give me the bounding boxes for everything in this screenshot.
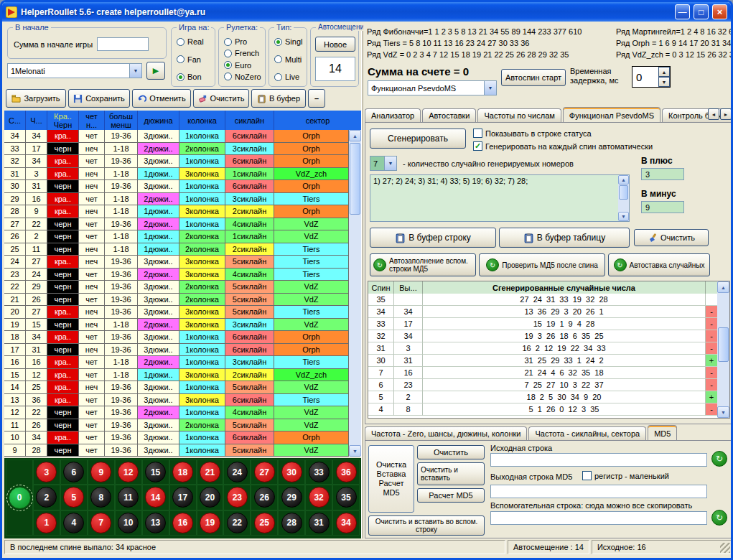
- wheel-number-27[interactable]: 27: [251, 459, 278, 485]
- wheel-number-17[interactable]: 17: [169, 485, 197, 510]
- header-range[interactable]: больш менш: [105, 111, 138, 130]
- generate-each-spin-checkbox[interactable]: ✓: [473, 141, 482, 151]
- radio-multi[interactable]: Multi: [274, 55, 302, 64]
- history-row[interactable]: 3031черннеч19-363дюжи..1колонка6сиклайнO…: [4, 180, 349, 193]
- load-button[interactable]: Загрузить: [6, 89, 66, 108]
- radio-bon[interactable]: Bon: [177, 73, 204, 81]
- scroll-down-icon[interactable]: ▼: [618, 212, 629, 221]
- wheel-number-30[interactable]: 30: [278, 459, 305, 485]
- scroll-up-icon[interactable]: ▲: [349, 130, 361, 141]
- tab-Автоставки[interactable]: Автоставки: [422, 108, 476, 122]
- gen-row[interactable]: 485 1 26 0 12 3 35-: [368, 403, 717, 416]
- history-row[interactable]: 2427кра..неч19-363дюжи..3колонка5сиклайн…: [4, 256, 349, 269]
- history-row[interactable]: 1126чернчет19-363дюжи..2колонка5сиклайнV…: [4, 419, 349, 432]
- resize-grip[interactable]: [720, 543, 730, 553]
- radio-french[interactable]: French: [224, 49, 261, 57]
- history-row[interactable]: 3234кра..чет19-363дюжи..1колонка6сиклайн…: [4, 155, 349, 168]
- gen-row[interactable]: 303131 25 29 33 1 24 2+: [368, 355, 717, 367]
- history-row[interactable]: 1222чернчет19-362дюжи..1колонка4сиклайнV…: [4, 406, 349, 419]
- wheel-number-4[interactable]: 4: [60, 510, 88, 536]
- history-scrollbar[interactable]: ▲ ▼: [349, 130, 361, 457]
- wheel-number-13[interactable]: 13: [142, 510, 169, 536]
- gen-row[interactable]: 343413 36 29 3 20 26 1-: [368, 306, 717, 318]
- radio-fan[interactable]: Fan: [177, 55, 204, 64]
- header-win[interactable]: Вы...: [394, 281, 423, 294]
- gen-row[interactable]: 5218 2 5 30 34 9 20+: [368, 391, 717, 403]
- wheel-number-34[interactable]: 34: [332, 510, 360, 536]
- scroll-thumb[interactable]: [350, 143, 360, 215]
- lowercase-checkbox[interactable]: [582, 471, 592, 480]
- radio-pro[interactable]: Pro: [224, 37, 261, 46]
- header-number[interactable]: Ч...: [26, 111, 47, 130]
- delay-spinner[interactable]: 0 ▲ ▼: [632, 66, 671, 88]
- output-string-input[interactable]: [490, 485, 707, 498]
- collapse-button[interactable]: –: [308, 89, 325, 108]
- wheel-number-32[interactable]: 32: [305, 485, 332, 510]
- tab-Анализатор[interactable]: Анализатор: [365, 108, 421, 122]
- scroll-thumb[interactable]: [718, 327, 729, 362]
- gen-row[interactable]: 323419 3 26 18 6 35 25-: [368, 330, 717, 342]
- history-row[interactable]: 1834кра..чет19-363дюжи..1колонка6сиклайн…: [4, 331, 349, 344]
- autobet-random-button[interactable]: ↻ Автоставка случайных: [608, 253, 710, 276]
- md5-clear-button[interactable]: Очистить: [417, 445, 485, 459]
- radio-real[interactable]: Real: [177, 37, 204, 46]
- tab-Частота - сиклайны, сектора[interactable]: Частота - сиклайны, сектора: [528, 426, 646, 440]
- history-row[interactable]: 1512кра..чет1-181дюжи..3колонка2сиклайнV…: [4, 369, 349, 382]
- md5-calc-button[interactable]: Расчет MD5: [417, 488, 485, 503]
- wheel-number-6[interactable]: 6: [60, 459, 88, 485]
- header-column[interactable]: колонка: [179, 111, 225, 130]
- header-sixline[interactable]: сиклайн: [225, 111, 274, 130]
- scroll-up-icon[interactable]: ▲: [618, 175, 629, 185]
- numbers-scrollbar[interactable]: ▲ ▼: [618, 175, 629, 221]
- generated-scrollbar[interactable]: ▲ ▼: [717, 281, 729, 418]
- copy-source-button[interactable]: ↻: [711, 451, 727, 467]
- scroll-up-icon[interactable]: ▲: [717, 281, 729, 293]
- history-row[interactable]: 3434кра..чет19-363дюжи..1колонка6сиклайн…: [4, 130, 349, 143]
- scroll-thumb[interactable]: [619, 185, 628, 200]
- scroll-down-icon[interactable]: ▼: [717, 406, 729, 418]
- wheel-number-36[interactable]: 36: [332, 459, 360, 485]
- count-combo[interactable]: 7 ▼: [370, 156, 397, 171]
- tab-Частота - Zero, шансы, дюжины, колонки[interactable]: Частота - Zero, шансы, дюжины, колонки: [365, 426, 527, 440]
- wheel-number-20[interactable]: 20: [197, 485, 224, 510]
- preset-combo[interactable]: 1Melonati ▼: [7, 63, 142, 78]
- history-row[interactable]: 3317черннеч1-182дюжи..2колонка3сиклайнOr…: [4, 143, 349, 156]
- history-row[interactable]: 1731черннеч19-363дюжи..1колонка6сиклайнO…: [4, 344, 349, 357]
- maximize-button[interactable]: □: [694, 4, 709, 19]
- header-dozen[interactable]: дюжина: [138, 111, 179, 130]
- source-string-input[interactable]: [490, 453, 707, 467]
- tab-Функционал PsevdoMS[interactable]: Функционал PsevdoMS: [563, 107, 660, 122]
- check-md5-button[interactable]: ↻ Проверить МД5 после спина: [479, 253, 605, 276]
- history-row[interactable]: 1915черннеч1-182дюжи..3колонка3сиклайнVd…: [4, 319, 349, 332]
- wheel-number-16[interactable]: 16: [169, 510, 197, 536]
- wheel-number-22[interactable]: 22: [223, 510, 251, 536]
- wheel-number-29[interactable]: 29: [278, 485, 305, 510]
- history-row[interactable]: 2027кра..неч19-363дюжи..3колонка5сиклайн…: [4, 306, 349, 319]
- wheel-number-28[interactable]: 28: [278, 510, 305, 536]
- history-row[interactable]: 1336кра..чет19-363дюжи..3колонка6сиклайн…: [4, 394, 349, 407]
- tabs-right-icon[interactable]: ►: [720, 108, 732, 120]
- history-row[interactable]: 2229черннеч19-363дюжи..2колонка5сиклайнV…: [4, 281, 349, 294]
- buffer-row-button[interactable]: В буфер строку: [370, 228, 496, 248]
- md5-clear-paste-aux-button[interactable]: Очистить и вставить во вспом. строку: [368, 515, 485, 536]
- history-row[interactable]: 1425кра..неч19-363дюжи..1колонка5сиклайн…: [4, 381, 349, 394]
- header-sector[interactable]: сектор: [274, 111, 361, 130]
- header-numbers[interactable]: Сгенерированные случайные числа: [423, 281, 706, 294]
- radio-euro[interactable]: Euro: [224, 61, 261, 70]
- function-combo[interactable]: Функционал PsevdoMS ▼: [368, 80, 497, 95]
- history-row[interactable]: 289кра..неч1-181дюжи..3колонка2сиклайнOr…: [4, 205, 349, 218]
- history-row[interactable]: 2324чернчет19-362дюжи..3колонка4сиклайнT…: [4, 269, 349, 281]
- history-row[interactable]: 928чернчет19-363дюжи..1колонка5сиклайнVd…: [4, 444, 349, 457]
- history-row[interactable]: 2126чернчет19-363дюжи..2колонка5сиклайнV…: [4, 294, 349, 307]
- clear-button[interactable]: Очистить: [193, 89, 249, 108]
- header-spin[interactable]: С...: [4, 111, 26, 130]
- header-parity[interactable]: чет н...: [79, 111, 105, 130]
- clear-generated-button[interactable]: Очистить: [634, 229, 709, 246]
- wheel-number-14[interactable]: 14: [142, 485, 169, 510]
- wheel-number-24[interactable]: 24: [223, 459, 251, 485]
- wheel-number-35[interactable]: 35: [332, 485, 360, 510]
- history-row[interactable]: 313кра..неч1-181дюжи..3колонка1сиклайнVd…: [4, 168, 349, 181]
- wheel-number-1[interactable]: 1: [33, 510, 60, 536]
- wheel-number-33[interactable]: 33: [305, 459, 332, 485]
- history-row[interactable]: 1616кра..чет1-182дюжи..1колонка3сиклайнT…: [4, 356, 349, 369]
